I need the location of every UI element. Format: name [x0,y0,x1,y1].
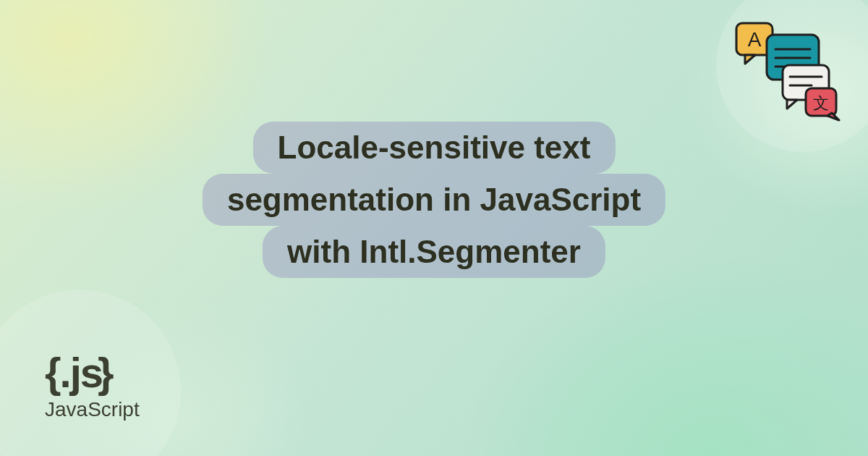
javascript-logo: {.js} JavaScript [45,352,140,421]
speech-bubble-cjk-icon: 文 [806,88,839,120]
js-logo-mark: {.js} [45,352,140,394]
title-line-2: segmentation in JavaScript [203,174,665,226]
translate-icon: A 文 [732,20,841,122]
title-line-1: Locale-sensitive text [253,122,616,174]
brace-close: } [98,349,113,396]
svg-text:A: A [748,28,762,51]
svg-text:文: 文 [813,94,829,112]
page-title: Locale-sensitive text segmentation in Ja… [203,122,665,278]
title-line-3: with Intl.Segmenter [263,226,605,278]
logo-inner: .js [60,349,103,396]
brace-open: { [45,349,60,396]
js-logo-label: JavaScript [45,398,140,421]
